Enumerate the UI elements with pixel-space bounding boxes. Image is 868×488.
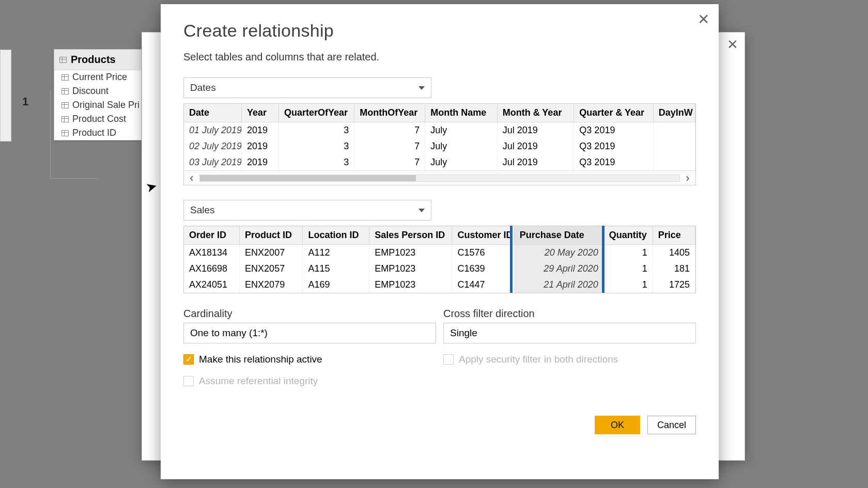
close-icon[interactable]: ✕ [727,37,738,53]
table-cell: C1576 [452,245,514,261]
table-cell: Q3 2019 [574,122,653,139]
table-cell: A169 [303,277,369,293]
products-card-header: Products [54,50,141,70]
column-header[interactable]: Month & Year [497,104,574,122]
scroll-right-icon[interactable]: › [680,171,695,185]
bg-mini-panel [0,50,11,141]
table-row: AX16698ENX2057A115EMP1023C163929 April 2… [184,261,695,277]
column-header[interactable]: Year [241,104,278,122]
close-icon[interactable]: ✕ [698,12,709,27]
table-cell [653,138,695,154]
cardinality-label: Cardinality [183,308,436,320]
column-header[interactable]: Location ID [303,226,369,245]
table-cell: Q3 2019 [574,154,653,170]
table-cell: 2019 [241,138,278,154]
table-cell: Jul 2019 [497,122,574,139]
table-cell: 2019 [241,122,278,139]
checkbox-security [443,354,454,365]
chevron-down-icon [419,209,425,212]
column-icon [61,74,69,81]
table-row: 03 July 2019201937JulyJul 2019Q3 2019 [184,154,695,170]
scroll-thumb[interactable] [200,175,416,181]
table-cell: 21 April 2020 [514,277,603,293]
table1-select[interactable]: Dates [183,77,431,98]
table-cell: Q3 2019 [574,138,653,154]
ok-button[interactable]: OK [595,416,640,434]
referential-checkbox-label: Assume referential integrity [199,375,318,387]
field-label: Product ID [72,128,116,138]
table1-select-value: Dates [190,82,216,93]
products-field[interactable]: Product ID [54,126,141,140]
table-cell: 1 [603,245,653,261]
table-cell: July [425,138,497,154]
column-header[interactable]: DayInW [653,104,695,122]
table-cell: EMP1023 [369,261,452,277]
column-header[interactable]: Quarter & Year [574,104,653,122]
table-row: 01 July 2019201937JulyJul 2019Q3 2019 [184,122,695,139]
crossfilter-select[interactable]: Single [443,323,696,343]
cancel-button[interactable]: Cancel [647,416,696,434]
column-header[interactable]: MonthOfYear [354,104,425,122]
table-cell: 1 [603,277,653,293]
table-cell: ENX2007 [240,245,303,261]
checkbox-active[interactable]: ✓ [183,354,194,365]
table-cell: AX24051 [184,277,240,293]
table-cell: 03 July 2019 [184,154,241,170]
products-field[interactable]: Discount [54,84,141,98]
table-cell: EMP1023 [369,277,452,293]
products-field[interactable]: Original Sale Pri [54,98,141,112]
table1-hscroll[interactable]: ‹ › [184,170,695,185]
checkbox-referential [183,376,194,386]
table-cell: 7 [354,138,425,154]
column-icon [61,116,69,122]
table-cell: C1447 [452,277,514,293]
table-cell [653,122,695,139]
security-checkbox-label: Apply security filter in both directions [459,354,618,365]
table-cell: July [425,122,497,139]
table-cell: 1725 [653,277,695,293]
column-header[interactable]: Quantity [603,226,653,245]
field-label: Discount [72,86,109,97]
column-header[interactable]: Sales Person ID [369,226,452,245]
table-cell: 3 [278,154,354,170]
products-table-card[interactable]: Products Current PriceDiscountOriginal S… [54,49,142,140]
field-label: Product Cost [72,114,126,124]
table-cell: 29 April 2020 [514,261,603,277]
column-header[interactable]: Product ID [240,226,303,245]
security-checkbox-row: Apply security filter in both directions [443,354,696,365]
cardinality-select[interactable]: One to many (1:*) [183,323,436,343]
column-header[interactable]: QuarterOfYear [278,104,354,122]
table-cell: C1639 [452,261,514,277]
table2-select[interactable]: Sales [183,200,431,221]
table-cell: 2019 [241,154,278,170]
table-cell: AX18134 [184,245,240,261]
products-field[interactable]: Product Cost [54,112,141,126]
table-cell: AX16698 [184,261,240,277]
column-header[interactable]: Purchase Date [514,226,603,245]
column-header[interactable]: Date [184,104,241,122]
column-header[interactable]: Customer ID [452,226,514,245]
products-card-title: Products [71,54,116,66]
table-row: 02 July 2019201937JulyJul 2019Q3 2019 [184,138,695,154]
active-checkbox-label: Make this relationship active [199,354,322,365]
active-checkbox-row[interactable]: ✓ Make this relationship active [183,354,436,365]
crossfilter-value: Single [450,327,477,339]
column-header[interactable]: Price [653,226,695,245]
table-cell: A112 [303,245,369,261]
table2-select-value: Sales [190,204,215,216]
create-relationship-dialog: ✕ Create relationship Select tables and … [161,4,719,479]
scroll-track[interactable] [199,175,680,182]
products-field[interactable]: Current Price [54,70,141,84]
referential-checkbox-row: Assume referential integrity [183,375,436,387]
table-cell: 7 [354,154,425,170]
column-header[interactable]: Order ID [184,226,240,245]
bg-cardinality-one: 1 [21,95,30,108]
column-header[interactable]: Month Name [425,104,497,122]
table-cell: Jul 2019 [497,138,574,154]
scroll-left-icon[interactable]: ‹ [184,171,199,185]
dialog-subtitle: Select tables and columns that are relat… [183,51,696,63]
column-icon [61,130,69,136]
crossfilter-label: Cross filter direction [443,308,696,320]
table-icon [59,57,67,63]
table-cell: 1 [603,261,653,277]
